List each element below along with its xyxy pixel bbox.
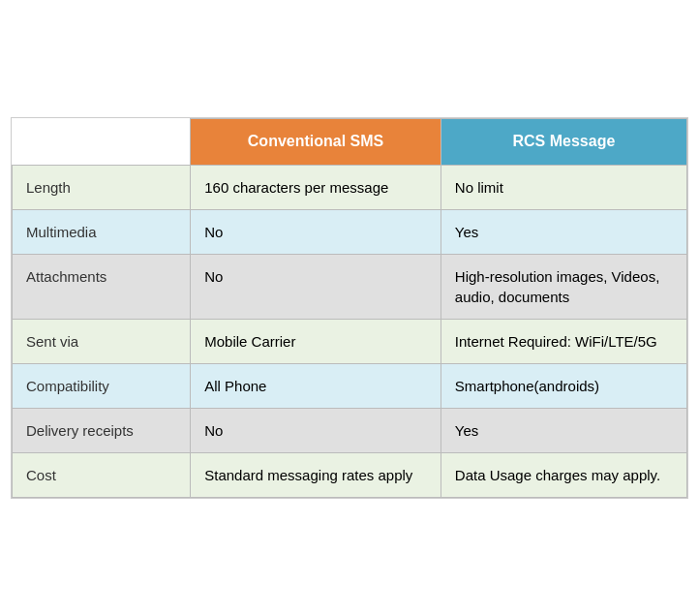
- cell-sms-length: 160 characters per message: [191, 165, 441, 209]
- table-row-length: Length160 characters per messageNo limit: [13, 165, 687, 209]
- cell-sms-cost: Standard messaging rates apply: [191, 452, 441, 497]
- header-sms: Conventional SMS: [191, 119, 441, 165]
- cell-sms-delivery-receipts: No: [191, 408, 441, 452]
- cell-rcs-compatibility: Smartphone(androids): [441, 363, 686, 408]
- cell-rcs-attachments: High-resolution images, Videos, audio, d…: [441, 254, 686, 319]
- cell-feature-delivery-receipts: Delivery receipts: [13, 408, 191, 452]
- cell-feature-cost: Cost: [13, 452, 191, 497]
- table-row-compatibility: CompatibilityAll PhoneSmartphone(android…: [13, 363, 687, 408]
- header-feature: [13, 119, 191, 165]
- table-row-sent-via: Sent viaMobile CarrierInternet Required:…: [13, 319, 687, 363]
- cell-rcs-cost: Data Usage charges may apply.: [441, 452, 686, 497]
- cell-sms-multimedia: No: [191, 209, 441, 254]
- cell-sms-compatibility: All Phone: [191, 363, 441, 408]
- cell-feature-sent-via: Sent via: [13, 319, 191, 363]
- cell-rcs-delivery-receipts: Yes: [441, 408, 686, 452]
- cell-feature-multimedia: Multimedia: [13, 209, 191, 254]
- cell-sms-sent-via: Mobile Carrier: [191, 319, 441, 363]
- cell-sms-attachments: No: [191, 254, 441, 319]
- table-row-multimedia: MultimediaNoYes: [13, 209, 687, 254]
- comparison-table: Conventional SMS RCS Message Length160 c…: [11, 117, 688, 498]
- cell-feature-compatibility: Compatibility: [13, 363, 191, 408]
- table-row-attachments: AttachmentsNoHigh-resolution images, Vid…: [13, 254, 687, 319]
- cell-feature-length: Length: [13, 165, 191, 209]
- header-row: Conventional SMS RCS Message: [13, 119, 687, 165]
- table-row-cost: CostStandard messaging rates applyData U…: [13, 452, 687, 497]
- header-rcs: RCS Message: [441, 119, 686, 165]
- cell-rcs-sent-via: Internet Required: WiFi/LTE/5G: [441, 319, 686, 363]
- cell-rcs-multimedia: Yes: [441, 209, 686, 254]
- table-row-delivery-receipts: Delivery receiptsNoYes: [13, 408, 687, 452]
- cell-feature-attachments: Attachments: [13, 254, 191, 319]
- cell-rcs-length: No limit: [441, 165, 686, 209]
